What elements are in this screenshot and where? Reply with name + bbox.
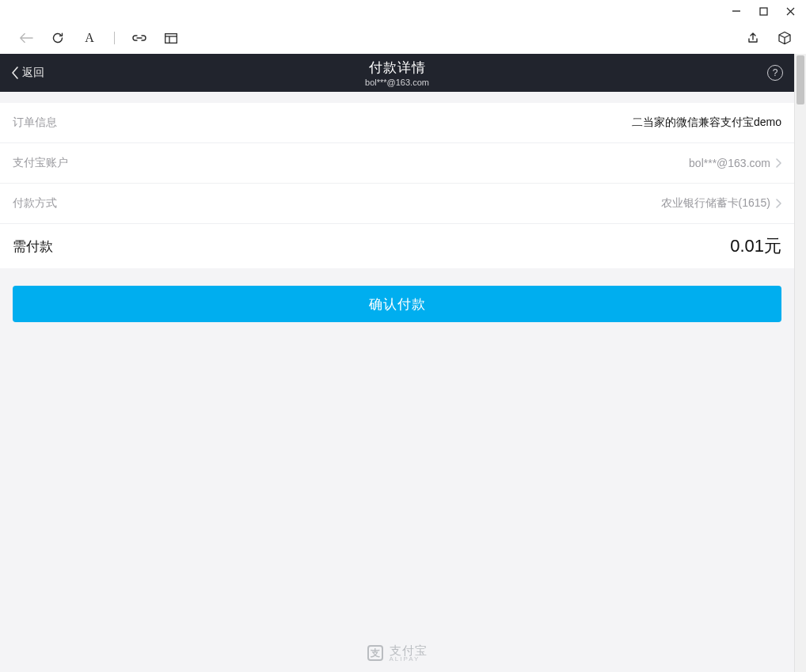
viewport: 返回 付款详情 bol***@163.com ? 订单信息 二当家的微信兼容支付…: [0, 54, 806, 672]
back-arrow-icon[interactable]: [19, 31, 33, 45]
chevron-right-icon: [775, 199, 781, 208]
page-header: 返回 付款详情 bol***@163.com ?: [0, 54, 794, 92]
row-value: 农业银行储蓄卡(1615): [661, 196, 770, 211]
brand-name-cn: 支付宝: [390, 644, 428, 656]
share-icon[interactable]: [746, 31, 760, 45]
brand-name-en: ALIPAY: [390, 656, 428, 663]
page-content: 返回 付款详情 bol***@163.com ? 订单信息 二当家的微信兼容支付…: [0, 54, 794, 672]
toolbar-separator: [114, 32, 115, 44]
alipay-logo-icon: 支: [367, 645, 383, 661]
layout-icon[interactable]: [164, 31, 178, 45]
confirm-payment-button[interactable]: 确认付款: [13, 286, 781, 322]
cube-icon[interactable]: [777, 31, 792, 45]
window-close-icon[interactable]: [785, 6, 795, 16]
vertical-scrollbar[interactable]: [794, 54, 806, 672]
back-label: 返回: [22, 66, 44, 80]
confirm-wrap: 确认付款: [0, 268, 794, 322]
row-label: 付款方式: [13, 196, 57, 211]
row-account[interactable]: 支付宝账户 bol***@163.com: [0, 143, 794, 184]
link-icon[interactable]: [132, 31, 146, 45]
row-label: 订单信息: [13, 116, 57, 130]
row-order-info: 订单信息 二当家的微信兼容支付宝demo: [0, 103, 794, 143]
row-label: 支付宝账户: [13, 156, 68, 170]
page-subtitle: bol***@163.com: [0, 78, 794, 87]
row-payment-method[interactable]: 付款方式 农业银行储蓄卡(1615): [0, 184, 794, 224]
svg-rect-2: [165, 33, 177, 43]
svg-rect-1: [760, 8, 767, 15]
row-amount-due: 需付款 0.01元: [0, 224, 794, 268]
window-minimize-icon[interactable]: [732, 6, 741, 16]
section-gap: [0, 92, 794, 103]
window-maximize-icon[interactable]: [758, 6, 768, 16]
text-size-icon[interactable]: A: [82, 31, 97, 45]
row-label: 需付款: [13, 237, 53, 256]
row-value: 0.01元: [730, 234, 781, 258]
text-size-label: A: [85, 31, 94, 45]
scrollbar-thumb[interactable]: [796, 55, 804, 104]
browser-toolbar: A: [0, 22, 806, 54]
row-value: bol***@163.com: [689, 157, 770, 169]
page-title: 付款详情: [0, 59, 794, 77]
back-button[interactable]: 返回: [11, 66, 44, 80]
window-controls: [0, 0, 806, 22]
chevron-right-icon: [775, 158, 781, 168]
chevron-left-icon: [11, 66, 19, 79]
footer-brand: 支 支付宝 ALIPAY: [0, 634, 794, 672]
reload-icon[interactable]: [51, 31, 65, 45]
row-value: 二当家的微信兼容支付宝demo: [632, 116, 781, 130]
help-icon[interactable]: ?: [767, 65, 783, 81]
